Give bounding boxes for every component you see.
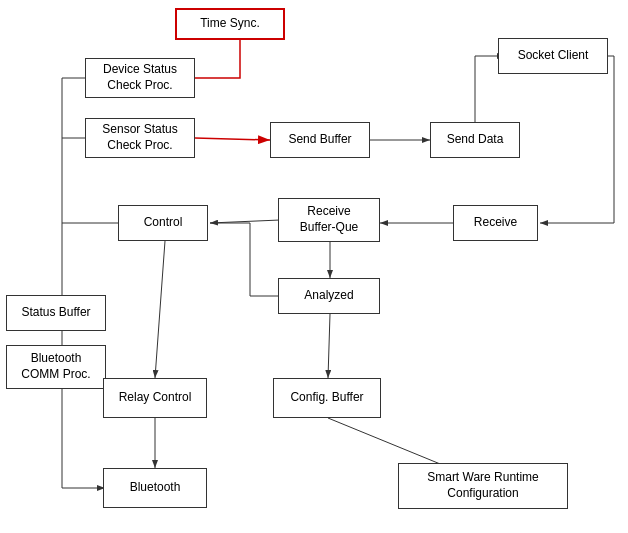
time-sync-box: Time Sync. <box>175 8 285 40</box>
svg-line-2 <box>195 138 270 140</box>
config-buffer-label: Config. Buffer <box>290 390 363 406</box>
receive-buffer-box: ReceiveBuffer-Que <box>278 198 380 242</box>
svg-line-8 <box>328 314 330 378</box>
send-data-box: Send Data <box>430 122 520 158</box>
socket-client-box: Socket Client <box>498 38 608 74</box>
config-buffer-box: Config. Buffer <box>273 378 381 418</box>
send-buffer-box: Send Buffer <box>270 122 370 158</box>
analyzed-label: Analyzed <box>304 288 353 304</box>
relay-control-box: Relay Control <box>103 378 207 418</box>
send-data-label: Send Data <box>447 132 504 148</box>
socket-client-label: Socket Client <box>518 48 589 64</box>
bluetooth-box: Bluetooth <box>103 468 207 508</box>
svg-line-12 <box>155 241 165 378</box>
svg-line-6 <box>210 220 280 223</box>
send-buffer-label: Send Buffer <box>288 132 351 148</box>
time-sync-label: Time Sync. <box>200 16 260 32</box>
status-buffer-box: Status Buffer <box>6 295 106 331</box>
status-buffer-label: Status Buffer <box>21 305 90 321</box>
device-status-box: Device StatusCheck Proc. <box>85 58 195 98</box>
relay-control-label: Relay Control <box>119 390 192 406</box>
sensor-status-box: Sensor StatusCheck Proc. <box>85 118 195 158</box>
device-status-label: Device StatusCheck Proc. <box>103 62 177 93</box>
control-label: Control <box>144 215 183 231</box>
receive-box: Receive <box>453 205 538 241</box>
sensor-status-label: Sensor StatusCheck Proc. <box>102 122 177 153</box>
svg-line-9 <box>328 418 450 468</box>
smart-ware-label: Smart Ware RuntimeConfiguration <box>427 470 539 501</box>
diagram: Time Sync. Device StatusCheck Proc. Sens… <box>0 0 628 533</box>
bluetooth-label: Bluetooth <box>130 480 181 496</box>
control-box: Control <box>118 205 208 241</box>
bluetooth-comm-box: BluetoothCOMM Proc. <box>6 345 106 389</box>
receive-label: Receive <box>474 215 517 231</box>
receive-buffer-label: ReceiveBuffer-Que <box>300 204 358 235</box>
bluetooth-comm-label: BluetoothCOMM Proc. <box>21 351 90 382</box>
smart-ware-box: Smart Ware RuntimeConfiguration <box>398 463 568 509</box>
analyzed-box: Analyzed <box>278 278 380 314</box>
